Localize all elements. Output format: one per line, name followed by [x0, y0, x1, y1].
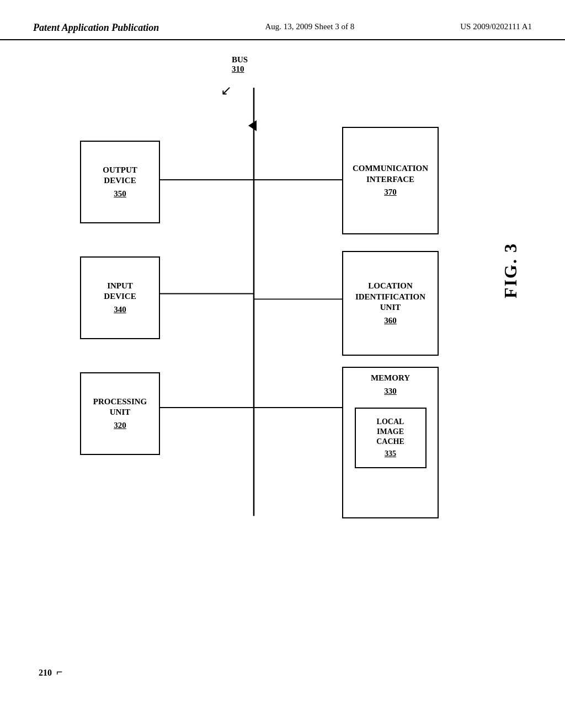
- memory-block: MEMORY 330 LOCAL IMAGE CACHE 335: [342, 367, 439, 518]
- patent-page: Patent Application Publication Aug. 13, …: [0, 0, 565, 728]
- bus-arrow: ↙: [221, 83, 232, 98]
- system-reference: 210 ⌐: [39, 666, 62, 678]
- communication-interface-block: COMMUNICATION INTERFACE 370: [342, 127, 439, 234]
- figure-label: FIG. 3: [500, 243, 521, 298]
- diagram-area: BUS 310 ↙ OUTPUT DEVICE 350 INPUT DEVICE…: [33, 55, 532, 695]
- processing-unit-block: PROCESSING UNIT 320: [80, 372, 160, 455]
- local-image-cache-block: LOCAL IMAGE CACHE 335: [355, 408, 427, 468]
- input-device-block: INPUT DEVICE 340: [80, 256, 160, 339]
- page-header: Patent Application Publication Aug. 13, …: [0, 0, 565, 40]
- output-device-block: OUTPUT DEVICE 350: [80, 141, 160, 223]
- svg-marker-1: [248, 120, 257, 131]
- location-id-unit-block: LOCATION IDENTIFICATION UNIT 360: [342, 251, 439, 356]
- patent-number: US 2009/0202111 A1: [460, 22, 532, 31]
- bus-label: BUS 310: [232, 55, 248, 74]
- publication-type: Patent Application Publication: [33, 22, 159, 34]
- sheet-info: Aug. 13, 2009 Sheet 3 of 8: [265, 22, 354, 31]
